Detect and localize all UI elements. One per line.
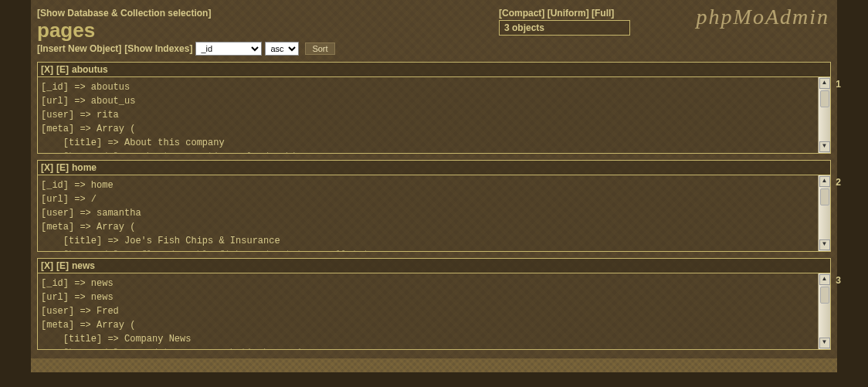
delete-button[interactable]: [X] [41, 162, 53, 173]
data-line: [meta] => Array ( [41, 220, 815, 234]
data-line: [keywords] => about, executives, leaders… [41, 150, 815, 153]
scroll-down-icon[interactable]: ▼ [819, 239, 830, 250]
data-line: [url] => about_us [41, 94, 815, 108]
data-line: [keywords] => updates, news, what's happ… [41, 346, 815, 349]
edit-button[interactable]: [E] [56, 64, 69, 75]
footer-band [31, 358, 837, 372]
record-header: [X][E]home [38, 161, 830, 175]
record-body: [_id] => home[url] => /[user] => samanth… [38, 175, 818, 251]
edit-button[interactable]: [E] [56, 260, 69, 271]
edit-button[interactable]: [E] [56, 162, 69, 173]
data-line: [title] => Joe's Fish Chips & Insurance [41, 234, 815, 248]
mode-uniform-link[interactable]: [Uniform] [548, 8, 589, 19]
record: [X][E]aboutus[_id] => aboutus[url] => ab… [37, 62, 831, 154]
record-header: [X][E]news [38, 259, 830, 273]
record: [X][E]news[_id] => news[url] => news[use… [37, 258, 831, 350]
row-number: 1 [836, 79, 841, 90]
data-line: [user] => Fred [41, 304, 815, 318]
show-db-collection-link[interactable]: [Show Database & Collection selection] [37, 8, 211, 19]
row-number: 2 [836, 177, 841, 188]
data-line: [meta] => Array ( [41, 122, 815, 136]
insert-new-object-link[interactable]: [Insert New Object] [37, 43, 121, 54]
mode-compact-link[interactable]: [Compact] [499, 8, 544, 19]
scroll-down-icon[interactable]: ▼ [819, 141, 830, 152]
data-line: [keywords] => flounder, bluefish, red po… [41, 248, 815, 251]
object-count: 3 objects [499, 20, 630, 36]
scroll-thumb[interactable] [820, 287, 829, 304]
sort-button[interactable]: Sort [305, 42, 334, 55]
app-logo: phpMoAdmin [697, 5, 829, 29]
delete-button[interactable]: [X] [41, 64, 53, 75]
page-title: pages [37, 20, 335, 40]
show-indexes-link[interactable]: [Show Indexes] [124, 43, 192, 54]
scroll-thumb[interactable] [820, 90, 829, 107]
delete-button[interactable]: [X] [41, 260, 53, 271]
scroll-up-icon[interactable]: ▲ [819, 176, 830, 187]
record-header: [X][E]aboutus [38, 63, 830, 77]
record-body: [_id] => news[url] => news[user] => Fred… [38, 273, 818, 349]
data-line: [url] => news [41, 290, 815, 304]
record-body: [_id] => aboutus[url] => about_us[user] … [38, 77, 818, 153]
data-line: [title] => About this company [41, 136, 815, 150]
scroll-down-icon[interactable]: ▼ [819, 338, 830, 348]
scroll-up-icon[interactable]: ▲ [819, 78, 830, 89]
row-number: 3 [836, 275, 841, 286]
data-line: [user] => rita [41, 108, 815, 122]
record: [X][E]home[_id] => home[url] => /[user] … [37, 160, 831, 252]
data-line: [url] => / [41, 192, 815, 206]
mode-full-link[interactable]: [Full] [592, 8, 614, 19]
data-line: [_id] => aboutus [41, 80, 815, 94]
data-line: [_id] => news [41, 277, 815, 290]
data-line: [user] => samantha [41, 206, 815, 220]
sort-field-select[interactable]: _id [195, 42, 262, 56]
scrollbar[interactable]: ▲▼ [818, 77, 830, 153]
record-name: news [72, 260, 95, 271]
record-name: home [72, 162, 97, 173]
scrollbar[interactable]: ▲▼ [818, 273, 830, 349]
scrollbar[interactable]: ▲▼ [818, 175, 830, 251]
data-line: [_id] => home [41, 178, 815, 192]
record-name: aboutus [72, 64, 108, 75]
scroll-up-icon[interactable]: ▲ [819, 274, 830, 285]
data-line: [meta] => Array ( [41, 318, 815, 332]
scroll-thumb[interactable] [820, 188, 829, 205]
data-line: [title] => Company News [41, 332, 815, 346]
sort-order-select[interactable]: asc [265, 42, 299, 56]
